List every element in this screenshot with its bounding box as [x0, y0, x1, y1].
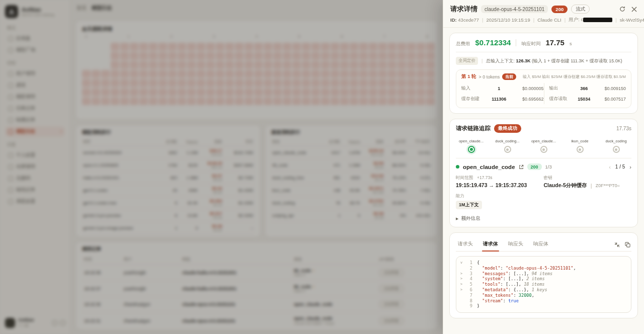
usage-cell-0: 输入1$0.000005 [461, 83, 544, 94]
next-page-icon[interactable]: › [629, 164, 631, 170]
prev-page-icon[interactable]: ‹ [609, 164, 611, 170]
trace-node-icon [577, 146, 584, 153]
usage-cell-1: 输出366$0.009150 [544, 83, 626, 94]
page-indicator: 1 / 5 [615, 164, 625, 170]
trace-node-icon [613, 146, 620, 153]
code-line: v1{ [460, 260, 627, 266]
time-range-label: 时间范围 [456, 175, 473, 181]
copy-icon[interactable] [625, 242, 630, 247]
redacted-username [583, 18, 612, 22]
stream-badge: 流式 [571, 5, 590, 14]
code-line: >6 "metadata": {...}, 1 keys [460, 287, 627, 293]
response-time-unit: s [570, 41, 572, 46]
trace-node-icon [468, 146, 475, 153]
expand-triangle-icon: ▶ [456, 217, 458, 221]
trace-node[interactable]: duck_coding [602, 139, 630, 153]
time-delta: +17.73s [477, 175, 493, 180]
status-badge: 200 [551, 6, 568, 13]
refresh-icon[interactable] [619, 6, 625, 12]
capability-chip: 1M上下文 [456, 201, 482, 209]
time-range-block: 时间范围 +17.73s 19:15:19.473 → 19:15:37.203 [456, 175, 544, 189]
trace-node-icon [504, 146, 511, 153]
extra-info-toggle[interactable]: ▶ 额外信息 [456, 215, 631, 222]
token-usage-grid: 输入1$0.000005输出366$0.009150缓存创建111306$0.6… [461, 83, 626, 104]
request-detail-drawer: 请求详情 claude-opus-4-5-20251101 200 流式 ID:… [443, 0, 644, 334]
code-line: >5 "tools": [...], 18 items [460, 282, 627, 287]
client-name: Claude CLI [537, 17, 561, 23]
tab-2[interactable]: 响应头 [507, 238, 524, 251]
request-meta-row: ID: 43cede77 | 2025/12/10 19:15:19 | Cla… [443, 17, 644, 28]
collapse-all-icon[interactable] [614, 242, 620, 247]
response-time-value: 17.75 [545, 38, 565, 47]
payload-tab-icons [614, 242, 630, 247]
trace-node[interactable]: duck_coding... [494, 139, 522, 153]
attempt-count: 1/3 [545, 164, 552, 170]
success-dot-icon [456, 165, 459, 169]
api-key-masked: sk-WvzlSy4...uwgB [620, 17, 644, 23]
trace-title: 请求链路追踪 [456, 125, 491, 132]
model-name-chip: claude-opus-4-5-20251101 [481, 5, 548, 13]
usage-cell-3: 缓存读取15034$0.007517 [544, 94, 626, 104]
total-cost-value: $0.712334 [475, 38, 511, 47]
user-field: 用户: c [569, 17, 612, 23]
response-time-label: 响应时间 [521, 41, 540, 47]
tab-1[interactable]: 请求体 [482, 238, 499, 251]
code-line: 7 "max_tokens": 32000, [460, 293, 627, 298]
total-cost-label: 总费用 [456, 41, 470, 47]
trace-card: 请求链路追踪 最终成功 17.73s open_claude...duck_co… [449, 119, 638, 227]
key-label: 密钥 [544, 175, 552, 181]
key-name: Claude-5分钟缓存 [544, 182, 587, 189]
trace-node[interactable]: ikun_code [566, 139, 594, 153]
external-link-icon[interactable] [519, 164, 524, 170]
trace-status-badge: 最终成功 [494, 124, 521, 133]
id-label: ID: [450, 17, 457, 23]
current-round-badge: 当前 [502, 73, 516, 80]
usage-cell-2: 缓存创建111306$0.695662 [461, 94, 544, 104]
channel-name: open_claude_code [463, 164, 515, 170]
drawer-title: 请求详情 [450, 5, 477, 14]
round-label: 第 1 轮 [461, 73, 476, 80]
context-total-line: 总输入上下文: 126.3K (输入 1 + 缓存创建 111.3K + 缓存读… [486, 58, 622, 64]
code-line: 9} [460, 303, 627, 309]
pricing-rates: 输入 $5/M 输出 $25/M 缓存创建 $6.25/M 缓存读取 $0.5/… [523, 74, 626, 79]
code-line: 8 "stream": true [460, 298, 627, 304]
trace-nodes: open_claude...duck_coding...open_claude.… [456, 139, 631, 153]
trace-node[interactable]: open_claude... [530, 139, 558, 153]
payload-tabs: 请求头请求体响应头响应体 [456, 238, 631, 252]
attempt-status-badge: 200 [527, 163, 542, 170]
capability-label: 能力 [456, 193, 464, 199]
trace-duration: 17.73s [616, 126, 631, 131]
cost-summary-card: 总费用 $0.712334 响应时间 17.75 s 全局定价 | 总输入上下文… [449, 33, 638, 114]
trace-node-icon [540, 146, 547, 153]
trace-detail: open_claude_code 200 1/3 ‹ 1 / 5 › 时间 [456, 158, 631, 222]
request-id: 43cede77 [458, 17, 479, 23]
round-tokens: > 0 tokens [479, 74, 500, 79]
request-timestamp: 2025/12/10 19:15:19 [487, 17, 530, 23]
payload-card: 请求头请求体响应头响应体 v1{2 "model": "claude-opus-… [449, 232, 638, 318]
capability-block: 能力 1M上下文 [456, 193, 544, 209]
trace-node[interactable]: open_claude... [457, 139, 486, 153]
token-usage-box: 第 1 轮 > 0 tokens 当前 输入 $5/M 输出 $25/M 缓存创… [456, 69, 631, 108]
code-line: 2 "model": "claude-opus-4-5-20251101", [460, 266, 627, 271]
key-block: 密钥 Claude-5分钟缓存 | Z0F***PT0= [544, 175, 632, 189]
json-viewer[interactable]: v1{2 "model": "claude-opus-4-5-20251101"… [456, 256, 631, 313]
tab-3[interactable]: 响应体 [532, 238, 549, 251]
close-icon[interactable] [631, 7, 637, 12]
time-range-value: 19:15:19.473 → 19:15:37.203 [456, 182, 544, 188]
tab-0[interactable]: 请求头 [457, 238, 474, 251]
extra-info-label: 额外信息 [461, 215, 480, 222]
code-line: >3 "messages": [...], 94 items [460, 271, 627, 277]
code-line: >4 "system": [...], 2 items [460, 276, 627, 282]
key-masked: Z0F***PT0= [596, 183, 620, 188]
pricing-scope-chip: 全局定价 [456, 57, 478, 65]
